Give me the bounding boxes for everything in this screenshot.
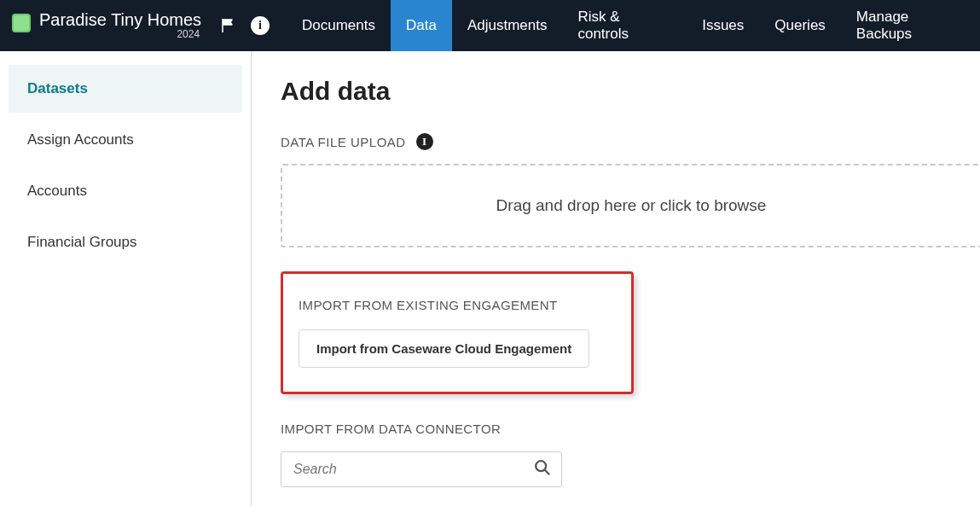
nav-documents[interactable]: Documents bbox=[287, 0, 391, 51]
svg-point-0 bbox=[536, 461, 546, 471]
sidebar-item-financial-groups[interactable]: Financial Groups bbox=[9, 218, 242, 266]
nav-risk-controls[interactable]: Risk & controls bbox=[562, 0, 687, 51]
nav-issues[interactable]: Issues bbox=[687, 0, 759, 51]
info-icon[interactable]: i bbox=[416, 133, 433, 150]
search-icon[interactable] bbox=[533, 458, 552, 480]
sidebar-item-datasets[interactable]: Datasets bbox=[9, 65, 242, 113]
sidebar: Datasets Assign Accounts Accounts Financ… bbox=[0, 51, 252, 506]
nav-data[interactable]: Data bbox=[391, 0, 452, 51]
import-engagement-panel: IMPORT FROM EXISTING ENGAGEMENT Import f… bbox=[281, 271, 634, 394]
brand-block[interactable]: Paradise Tiny Homes 2024 bbox=[0, 10, 220, 40]
brand-year: 2024 bbox=[39, 29, 201, 40]
connector-search-wrap bbox=[281, 451, 562, 487]
top-nav: Documents Data Adjustments Risk & contro… bbox=[287, 0, 980, 51]
sidebar-item-assign-accounts[interactable]: Assign Accounts bbox=[9, 116, 242, 164]
brand-title: Paradise Tiny Homes bbox=[39, 10, 201, 29]
connector-search-input[interactable] bbox=[281, 451, 562, 487]
topbar: Paradise Tiny Homes 2024 i Documents Dat… bbox=[0, 0, 980, 51]
main-content: Add data DATA FILE UPLOAD i Drag and dro… bbox=[252, 51, 980, 506]
nav-manage-backups[interactable]: Manage Backups bbox=[841, 0, 980, 51]
connector-section-label: IMPORT FROM DATA CONNECTOR bbox=[281, 422, 980, 436]
file-dropzone[interactable]: Drag and drop here or click to browse bbox=[281, 164, 980, 247]
flag-icon[interactable] bbox=[220, 17, 237, 34]
nav-queries[interactable]: Queries bbox=[759, 0, 841, 51]
import-caseware-button[interactable]: Import from Caseware Cloud Engagement bbox=[299, 329, 589, 368]
sidebar-item-accounts[interactable]: Accounts bbox=[9, 167, 242, 215]
nav-adjustments[interactable]: Adjustments bbox=[452, 0, 563, 51]
import-engagement-label: IMPORT FROM EXISTING ENGAGEMENT bbox=[299, 298, 614, 312]
brand-icon bbox=[12, 14, 31, 32]
svg-line-1 bbox=[545, 470, 550, 475]
upload-section-label: DATA FILE UPLOAD i bbox=[281, 133, 980, 150]
dropzone-text: Drag and drop here or click to browse bbox=[496, 196, 767, 215]
page-title: Add data bbox=[281, 77, 980, 106]
info-icon[interactable]: i bbox=[251, 16, 270, 35]
upload-label-text: DATA FILE UPLOAD bbox=[281, 135, 406, 149]
